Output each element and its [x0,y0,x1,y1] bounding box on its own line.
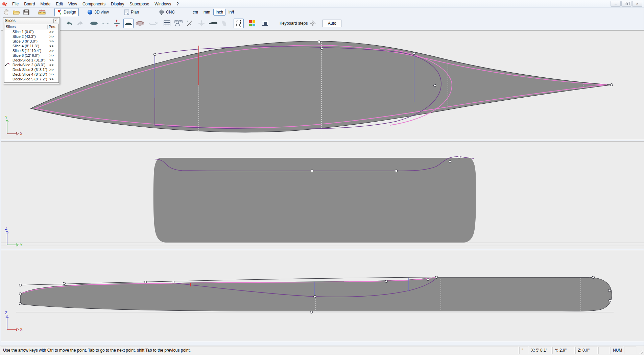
s-curve-icon[interactable] [234,19,244,28]
slice-row[interactable]: Deck-Slice 5 (8' 7.2")>> [4,77,58,81]
board-plan-outline[interactable] [31,41,612,132]
target-icon[interactable] [196,19,207,28]
3d-view-button[interactable]: 3D view [85,8,112,16]
plan-view[interactable]: Y X [1,30,644,140]
grid-icon[interactable] [162,19,172,28]
auto-button[interactable]: Auto [323,20,341,27]
board-side-shape[interactable] [20,277,612,311]
menu-board[interactable]: Board [21,1,38,7]
section-view[interactable]: Z Y [1,141,644,249]
status-z: Z: 0.0" [575,347,598,354]
minimize-button[interactable]: – [611,1,621,7]
side-axis: Z X [5,311,23,331]
cnc-mode-button[interactable]: CNC [156,8,177,16]
side-profile-view-icon[interactable] [208,19,218,28]
close-button[interactable]: × [632,1,642,7]
section-axis: Z Y [5,226,23,247]
main-toolbar: Design 3D view Plan CNC cm mm inch in/f [0,8,644,17]
close-icon[interactable]: ✕ [53,19,58,23]
palette-icon[interactable] [247,19,257,28]
side-view[interactable]: Z X [1,250,644,341]
unit-inf[interactable]: in/f [226,9,236,16]
menu-help[interactable]: ? [174,1,182,7]
multi-view-icon[interactable] [173,19,184,28]
menu-bar: File Board Mode Edit View Components Dis… [0,0,644,8]
status-unit: " [519,347,528,354]
slices-panel: Slices ✕ Slices Pos. Slice 1 (0.0")>> Sl… [3,17,60,84]
slice-row[interactable]: Slice 4 (8' 11.3")>> [4,44,58,48]
cut-tool-icon[interactable] [185,19,195,28]
keyboard-steps-label: Keyboard steps [280,21,308,26]
undo-icon[interactable] [64,19,74,28]
thickness-view-icon[interactable] [112,19,122,28]
slice-row-selected[interactable]: Deck-Slice 2 (43.3")>> [4,62,58,67]
slice-row[interactable]: Deck-Slice 4 (8' 2.8")>> [4,72,58,77]
menu-components[interactable]: Components [80,1,108,7]
svg-text:Z: Z [5,226,7,230]
status-bar: Use the arrow keys with Ctrl to move the… [0,346,644,355]
unit-mm[interactable]: mm [201,9,213,16]
menu-file[interactable]: File [9,1,21,7]
svg-text:Y: Y [20,243,23,247]
svg-text:X: X [20,327,23,331]
slice-row[interactable]: Deck-Slice 3 (6' 3.1")>> [4,67,58,72]
slice-row[interactable]: Deck-Slice 1 (31.8")>> [4,58,58,62]
view-toolbar: Keyboard steps Auto [0,17,644,30]
plan-label: Plan [131,10,139,15]
app-icon [2,2,7,6]
fin-icon[interactable] [219,19,230,28]
status-message: Use the arrow keys with Ctrl to move the… [1,347,519,354]
move-icon[interactable] [308,20,317,27]
rocker-view-icon[interactable] [100,19,111,28]
outline-view-icon[interactable] [89,19,99,28]
status-empty-1 [598,347,610,354]
menu-display[interactable]: Display [108,1,127,7]
sphere-icon [87,9,93,15]
slice-row[interactable]: Slice 6 (12' 6.0")>> [4,53,58,58]
3d-view-label: 3D view [94,10,109,15]
plan-mode-button[interactable]: Plan [121,8,142,16]
pointer-glove-icon[interactable] [2,8,10,16]
status-empty-2 [624,347,636,354]
unit-inch[interactable]: inch [213,9,225,16]
slice-row[interactable]: Slice 3 (6' 3.0")>> [4,39,58,44]
design-label: Design [64,10,76,15]
save-icon[interactable] [22,8,31,16]
slices-list: Slices Pos. Slice 1 (0.0")>> Slice 2 (43… [4,24,59,83]
plan-axis: Y X [5,115,23,136]
slices-panel-titlebar[interactable]: Slices ✕ [3,18,59,24]
plan-doc-icon [124,9,129,15]
spec-sheet-icon[interactable] [260,19,270,28]
measure-icon[interactable] [38,8,46,16]
slices-panel-title: Slices [5,18,16,23]
status-num-lock: NUM [611,347,623,354]
restore-button[interactable] [621,1,631,7]
board-section-shape[interactable] [153,158,476,243]
status-y: Y: 2.9" [552,347,575,354]
cnc-bit-icon [159,9,164,15]
wireframe-view-icon[interactable] [135,19,145,28]
menu-superpose[interactable]: Superpose [127,1,152,7]
slice-row[interactable]: Slice 2 (43.3")>> [4,34,58,39]
redo-icon[interactable] [75,19,86,28]
restore-icon [625,3,628,5]
svg-text:X: X [20,132,23,136]
menu-edit[interactable]: Edit [53,1,66,7]
hull-3d-view-icon[interactable] [148,19,158,28]
open-folder-icon[interactable] [12,8,21,16]
svg-text:Z: Z [5,311,7,315]
design-icon [57,9,62,15]
slice-row[interactable]: Slice 5 (11' 10.4")>> [4,48,58,53]
menu-view[interactable]: View [66,1,80,7]
unit-cm[interactable]: cm [190,9,200,16]
menu-mode[interactable]: Mode [38,1,53,7]
design-mode-button[interactable]: Design [54,8,79,16]
slice-row[interactable]: Slice 1 (0.0")>> [4,29,58,34]
svg-text:Y: Y [5,115,8,119]
resize-grip[interactable] [638,349,643,354]
menu-windows[interactable]: Windows [152,1,174,7]
slices-list-header: Slices Pos. [4,24,58,29]
app-window: File Board Mode Edit View Components Dis… [0,0,644,355]
cross-section-view-icon[interactable] [123,19,134,28]
cnc-label: CNC [166,10,175,15]
